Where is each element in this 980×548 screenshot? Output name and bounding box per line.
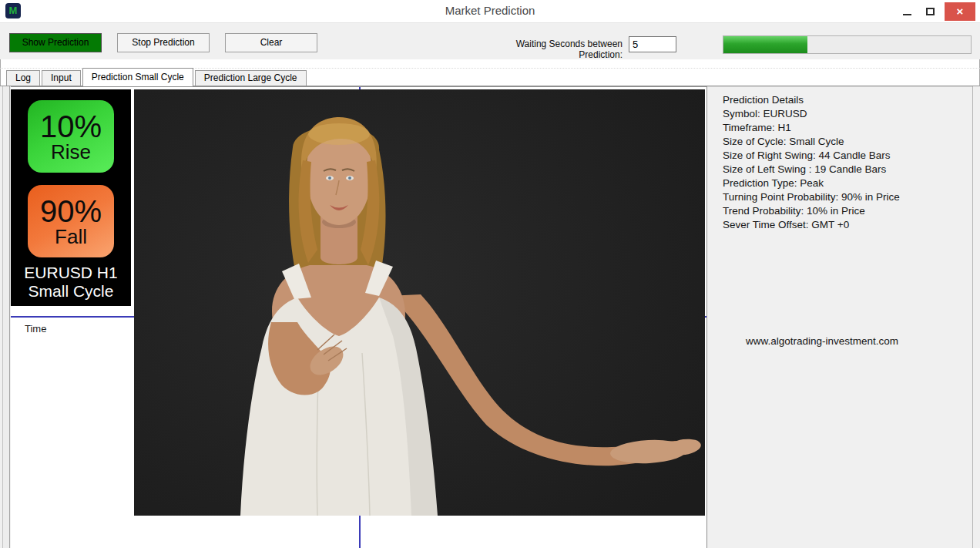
- prediction-details-panel: Prediction Details Symbol: EURUSD Timefr…: [707, 86, 972, 548]
- fall-indicator: 90% Fall: [28, 185, 114, 257]
- maximize-icon: [926, 8, 935, 15]
- signal-symbol-line1: EURUSD H1: [11, 264, 131, 282]
- app-window: M Market Prediction × Show Prediction St…: [0, 0, 980, 548]
- progress-bar: [723, 35, 972, 54]
- tab-prediction-large-cycle[interactable]: Prediction Large Cycle: [195, 70, 307, 86]
- fall-label: Fall: [55, 227, 87, 247]
- detail-line: Size of Left Swing : 19 Candle Bars: [723, 163, 972, 177]
- waiting-seconds-label: Waiting Seconds between Prediction:: [472, 39, 623, 60]
- left-panel-border: [9, 86, 10, 548]
- close-icon: ×: [957, 5, 964, 17]
- maximize-button[interactable]: [918, 2, 941, 21]
- detail-line: Trend Probability: 10% in Price: [723, 204, 972, 218]
- detail-line: Size of Right Swing: 44 Candle Bars: [723, 149, 972, 163]
- detail-line: Size of Cycle: Small Cycle: [723, 135, 972, 149]
- signal-symbol-text: EURUSD H1 Small Cycle: [11, 264, 131, 301]
- detail-line: Prediction Type: Peak: [723, 177, 972, 190]
- signal-panel: 10% Rise 90% Fall EURUSD H1 Small Cycle: [11, 89, 131, 306]
- rise-indicator: 10% Rise: [28, 100, 114, 173]
- left-edge-strip: [3, 86, 9, 548]
- right-panel-border: [972, 86, 973, 548]
- detail-line: Prediction Details: [723, 93, 972, 107]
- rise-percent: 10%: [40, 111, 102, 142]
- window-controls: ×: [895, 0, 975, 22]
- progress-fill: [723, 36, 807, 53]
- fall-percent: 90%: [40, 196, 102, 227]
- tabstrip: Log Input Prediction Small Cycle Predict…: [0, 68, 980, 86]
- waiting-seconds-input[interactable]: [629, 36, 676, 52]
- titlebar: M Market Prediction ×: [0, 0, 980, 22]
- tab-page-content: Time 10% Rise 90% Fall EURUSD H1 Small C…: [0, 86, 980, 548]
- window-title: Market Prediction: [0, 4, 980, 17]
- rise-label: Rise: [51, 142, 91, 163]
- close-button[interactable]: ×: [945, 2, 975, 21]
- minimize-button[interactable]: [895, 2, 918, 21]
- time-axis-label: Time: [25, 323, 46, 335]
- toolbar: Show Prediction Stop Prediction Clear Wa…: [0, 22, 980, 59]
- stop-prediction-button[interactable]: Stop Prediction: [117, 33, 210, 52]
- website-text: www.algotrading-investment.com: [746, 335, 898, 347]
- tab-prediction-small-cycle[interactable]: Prediction Small Cycle: [82, 68, 193, 86]
- tab-input[interactable]: Input: [42, 70, 81, 86]
- tab-log[interactable]: Log: [6, 70, 40, 86]
- show-prediction-button[interactable]: Show Prediction: [9, 33, 102, 52]
- chart-panel: Time 10% Rise 90% Fall EURUSD H1 Small C…: [11, 86, 707, 548]
- presenter-image: [134, 89, 705, 516]
- signal-symbol-line2: Small Cycle: [11, 282, 131, 301]
- minimize-icon: [903, 14, 911, 15]
- detail-line: Symbol: EURUSD: [723, 107, 972, 121]
- detail-line: Turning Point Probability: 90% in Price: [723, 190, 972, 204]
- detail-line: Sever Time Offset: GMT +0: [723, 218, 972, 232]
- detail-line: Timeframe: H1: [723, 121, 972, 135]
- clear-button[interactable]: Clear: [225, 33, 317, 52]
